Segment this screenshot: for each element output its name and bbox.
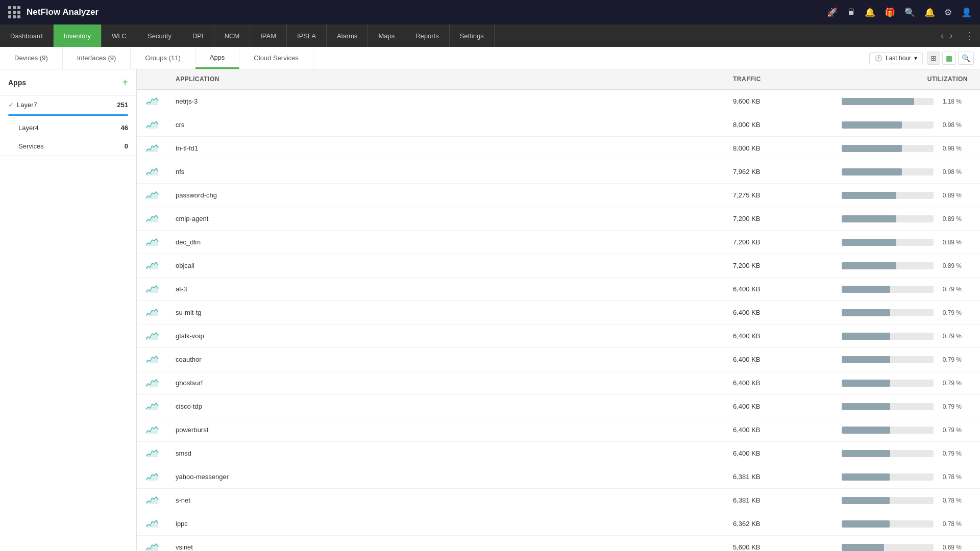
sub-tabs: Devices (9) Interfaces (9) Groups (11) A… — [0, 47, 980, 69]
svg-marker-13 — [146, 403, 158, 410]
svg-marker-7 — [146, 262, 158, 269]
nav-item-inventory[interactable]: Inventory — [54, 24, 102, 47]
table-row[interactable]: yahoo-messenger6,381 KB0.78 % — [137, 465, 980, 489]
row-app-name: nfs — [167, 160, 725, 184]
nav-item-maps[interactable]: Maps — [368, 24, 405, 47]
row-app-name: vsinet — [167, 536, 725, 552]
table-row[interactable]: powerburst6,400 KB0.79 % — [137, 418, 980, 442]
row-utilization: 0.79 % — [827, 442, 980, 465]
row-app-name: cisco-tdp — [167, 395, 725, 418]
top-header: NetFlow Analyzer 🚀 🖥 🔔 🎁 🔍 🔔 ⚙ 👤 — [0, 0, 980, 24]
sidebar-title: Apps — [8, 79, 26, 87]
gear-icon[interactable]: ⚙ — [944, 7, 952, 18]
nav-item-settings[interactable]: Settings — [450, 24, 495, 47]
table-row[interactable]: password-chg7,275 KB0.89 % — [137, 184, 980, 207]
table-row[interactable]: ghostsurf6,400 KB0.79 % — [137, 371, 980, 395]
nav-item-dpi[interactable]: DPI — [182, 24, 214, 47]
nav-more-button[interactable]: ⋮ — [959, 24, 980, 47]
row-chart-icon — [137, 512, 167, 536]
table-row[interactable]: netrjs-39,600 KB1.18 % — [137, 89, 980, 113]
table-row[interactable]: su-mit-tg6,400 KB0.79 % — [137, 301, 980, 324]
table-row[interactable]: tn-tl-fd18,000 KB0.98 % — [137, 137, 980, 160]
nav-arrows: ‹ › — [935, 24, 959, 47]
row-utilization: 0.98 % — [827, 137, 980, 160]
row-app-name: dec_dlm — [167, 231, 725, 254]
sub-tab-devices[interactable]: Devices (9) — [0, 47, 63, 69]
user-icon[interactable]: 👤 — [961, 7, 972, 18]
row-traffic: 7,275 KB — [725, 184, 827, 207]
table-row[interactable]: cisco-tdp6,400 KB0.79 % — [137, 395, 980, 418]
table-row[interactable]: dec_dlm7,200 KB0.89 % — [137, 231, 980, 254]
table-row[interactable]: coauthor6,400 KB0.79 % — [137, 348, 980, 371]
nav-item-reports[interactable]: Reports — [405, 24, 450, 47]
row-utilization: 0.78 % — [827, 465, 980, 489]
sidebar-item-layer7[interactable]: ✓ Layer7 251 — [0, 96, 136, 114]
sidebar-header: Apps + — [0, 69, 136, 96]
sidebar-item-layer4[interactable]: Layer4 46 — [0, 119, 136, 137]
chart-view-icon[interactable]: ▦ — [942, 52, 956, 65]
search-table-icon[interactable]: 🔍 — [958, 52, 974, 65]
alert-icon[interactable]: 🔔 — [924, 7, 935, 18]
table-row[interactable]: cmip-agent7,200 KB0.89 % — [137, 207, 980, 231]
sub-tab-cloud-services[interactable]: Cloud Services — [239, 47, 313, 69]
nav-item-dashboard[interactable]: Dashboard — [0, 24, 54, 47]
nav-item-ipam[interactable]: IPAM — [250, 24, 287, 47]
sidebar-item-services[interactable]: Services 0 — [0, 137, 136, 156]
sub-tab-groups[interactable]: Groups (11) — [131, 47, 195, 69]
search-icon[interactable]: 🔍 — [904, 7, 915, 18]
sub-tab-actions: 🕐 Last hour ▾ ⊞ ▦ 🔍 — [863, 47, 980, 69]
nav-bar: Dashboard Inventory WLC Security DPI NCM… — [0, 24, 980, 47]
time-selector[interactable]: 🕐 Last hour ▾ — [869, 52, 923, 64]
row-chart-icon — [137, 254, 167, 278]
table-row[interactable]: at-36,400 KB0.79 % — [137, 278, 980, 301]
svg-marker-15 — [146, 450, 158, 457]
nav-back-arrow[interactable]: ‹ — [939, 29, 945, 42]
row-chart-icon — [137, 348, 167, 371]
nav-item-ncm[interactable]: NCM — [214, 24, 251, 47]
sub-tab-interfaces[interactable]: Interfaces (9) — [63, 47, 131, 69]
sidebar-add-button[interactable]: + — [122, 77, 128, 88]
rocket-icon[interactable]: 🚀 — [827, 7, 838, 18]
table-row[interactable]: s-net6,381 KB0.78 % — [137, 489, 980, 512]
row-chart-icon — [137, 137, 167, 160]
nav-item-wlc[interactable]: WLC — [102, 24, 137, 47]
clock-icon: 🕐 — [875, 55, 883, 62]
svg-marker-18 — [146, 520, 158, 528]
nav-forward-arrow[interactable]: › — [948, 29, 954, 42]
row-app-name: powerburst — [167, 418, 725, 442]
col-application: Application — [167, 69, 725, 89]
table-row[interactable]: crs8,000 KB0.98 % — [137, 113, 980, 137]
row-app-name: coauthor — [167, 348, 725, 371]
row-chart-icon — [137, 465, 167, 489]
nav-item-ipsla[interactable]: IPSLA — [287, 24, 327, 47]
row-chart-icon — [137, 371, 167, 395]
layer7-bar — [8, 114, 128, 116]
gift-icon[interactable]: 🎁 — [885, 7, 895, 18]
table-row[interactable]: smsd6,400 KB0.79 % — [137, 442, 980, 465]
sidebar-item-label: Layer7 — [17, 101, 117, 109]
row-app-name: password-chg — [167, 184, 725, 207]
sub-tab-apps[interactable]: Apps — [195, 47, 240, 69]
row-traffic: 8,000 KB — [725, 137, 827, 160]
table-header-row: Application Traffic Utilization — [137, 69, 980, 89]
table-row[interactable]: ippc6,362 KB0.78 % — [137, 512, 980, 536]
sidebar-item-count: 46 — [121, 124, 128, 132]
table-row[interactable]: vsinet5,600 KB0.69 % — [137, 536, 980, 552]
apps-grid-icon[interactable] — [8, 6, 20, 18]
nav-item-alarms[interactable]: Alarms — [327, 24, 368, 47]
monitor-icon[interactable]: 🖥 — [847, 7, 855, 17]
row-chart-icon — [137, 418, 167, 442]
table-row[interactable]: objcall7,200 KB0.89 % — [137, 254, 980, 278]
row-chart-icon — [137, 324, 167, 348]
table-row[interactable]: gtalk-voip6,400 KB0.79 % — [137, 324, 980, 348]
bell-icon[interactable]: 🔔 — [865, 7, 875, 18]
nav-item-security[interactable]: Security — [137, 24, 182, 47]
row-chart-icon — [137, 207, 167, 231]
table-row[interactable]: nfs7,962 KB0.98 % — [137, 160, 980, 184]
row-utilization: 0.78 % — [827, 512, 980, 536]
row-utilization: 0.79 % — [827, 348, 980, 371]
row-traffic: 6,400 KB — [725, 418, 827, 442]
table-view-icon[interactable]: ⊞ — [927, 52, 940, 65]
col-utilization: Utilization — [827, 69, 980, 89]
row-app-name: netrjs-3 — [167, 89, 725, 113]
